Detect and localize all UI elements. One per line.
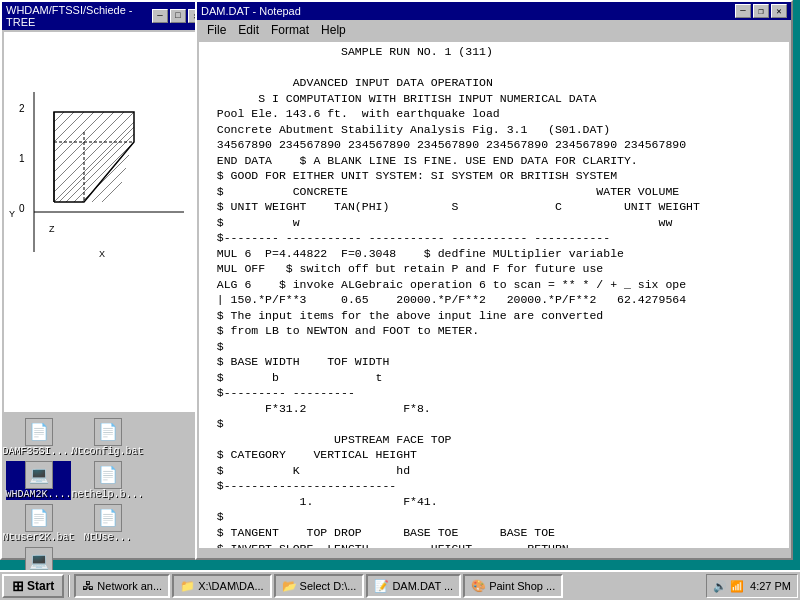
paintshop-taskbar-btn[interactable]: 🎨 Paint Shop ... [463,574,563,598]
ntuser2k-icon[interactable]: 📄 Ntuser2K.bat [6,504,71,543]
ntconfig-icon-img: 📄 [94,418,122,446]
notepad-textarea[interactable] [199,42,773,548]
svg-line-25 [102,182,122,202]
windows-logo-icon: ⊞ [12,578,24,594]
taskbar-separator-1 [68,575,70,597]
whdam2k1-label: WHDAM2K.... [6,489,72,500]
damf35si-icon[interactable]: 📄 DAMF35SI.... [6,418,71,457]
svg-text:Z: Z [49,224,55,234]
svg-line-15 [54,112,104,162]
nethelp-icon[interactable]: 📄 nethelp.b... [75,461,140,500]
whdam2k1-icon-img: 💻 [25,461,53,489]
tree-body: 2 1 0 Y X Z [4,32,206,412]
ntconfig-icon[interactable]: 📄 Ntconfig.bat [75,418,140,457]
whdam2k1-icon[interactable]: 💻 WHDAM2K.... [6,461,71,500]
desktop: WHDAM/FTSSI/Schiede - TREE ─ □ ✕ 2 1 0 Y… [0,0,800,600]
svg-text:2: 2 [19,103,25,114]
paintshop-label: Paint Shop ... [489,580,555,592]
paintshop-icon: 🎨 [471,579,486,593]
dam-folder-label: X:\DAM\DA... [198,580,263,592]
damf35si-icon-img: 📄 [25,418,53,446]
notepad-content-area [199,42,789,548]
notepad-close-button[interactable]: ✕ [771,4,787,18]
damf35si-label: DAMF35SI.... [3,446,75,457]
notepad-title: DAM.DAT - Notepad [201,5,301,17]
svg-line-11 [54,112,64,122]
svg-line-13 [54,112,84,142]
ntuser2k-icon-img: 📄 [25,504,53,532]
svg-text:0: 0 [19,203,25,214]
ntconfig-label: Ntconfig.bat [72,446,144,457]
icon-row-3: 📄 Ntuser2K.bat 📄 NtUse... [6,504,204,543]
tray-icons: 🔊 📶 [713,580,744,593]
network-taskbar-btn[interactable]: 🖧 Network an... [74,574,170,598]
tree-minimize-button[interactable]: ─ [152,9,168,23]
file-menu[interactable]: File [201,22,232,38]
icon-row-2: 💻 WHDAM2K.... 📄 nethelp.b... [6,461,204,500]
taskbar: ⊞ Start 🖧 Network an... 📁 X:\DAM\DA... 📂… [0,570,800,600]
tree-maximize-button[interactable]: □ [170,9,186,23]
notepad-maximize-button[interactable]: ❐ [753,4,769,18]
dam-folder-taskbar-btn[interactable]: 📁 X:\DAM\DA... [172,574,271,598]
folder-icon: 📁 [180,579,195,593]
start-label: Start [27,579,54,593]
desktop-icons-area: 📄 DAMF35SI.... 📄 Ntconfig.bat 💻 WHDAM2K.… [2,414,208,590]
system-tray: 🔊 📶 4:27 PM [706,574,798,598]
edit-menu[interactable]: Edit [232,22,265,38]
svg-line-14 [54,112,94,152]
notepad-menubar: File Edit Format Help [197,20,791,40]
tree-window: WHDAM/FTSSI/Schiede - TREE ─ □ ✕ 2 1 0 Y… [0,0,210,560]
network-icon: 🖧 [82,579,94,593]
svg-line-23 [82,155,129,202]
icon-row-1: 📄 DAMF35SI.... 📄 Ntconfig.bat [6,418,204,457]
nethelp-icon-img: 📄 [94,461,122,489]
damdat-icon: 📝 [374,579,389,593]
ntuse-icon[interactable]: 📄 NtUse... [75,504,140,543]
ntuse-icon-img: 📄 [94,504,122,532]
svg-line-17 [54,112,124,182]
tree-title: WHDAM/FTSSI/Schiede - TREE [6,4,152,28]
notepad-titlebar: DAM.DAT - Notepad ─ ❐ ✕ [197,2,791,20]
damdat-taskbar-btn[interactable]: 📝 DAM.DAT ... [366,574,461,598]
svg-text:Y: Y [9,209,15,219]
nethelp-label: nethelp.b... [72,489,144,500]
start-button[interactable]: ⊞ Start [2,574,64,598]
damdat-label: DAM.DAT ... [392,580,453,592]
svg-line-12 [54,112,74,132]
format-menu[interactable]: Format [265,22,315,38]
clock: 4:27 PM [750,580,791,592]
svg-line-22 [74,142,134,202]
notepad-window: DAM.DAT - Notepad ─ ❐ ✕ File Edit Format… [195,0,793,560]
network-label: Network an... [97,580,162,592]
ntuser2k-label: Ntuser2K.bat [3,532,75,543]
tree-diagram: 2 1 0 Y X Z [4,32,204,412]
svg-text:1: 1 [19,153,25,164]
tree-titlebar: WHDAM/FTSSI/Schiede - TREE ─ □ ✕ [2,2,208,30]
select-d-label: Select D:\... [300,580,357,592]
select-d-taskbar-btn[interactable]: 📂 Select D:\... [274,574,365,598]
notepad-window-controls: ─ ❐ ✕ [735,4,787,18]
svg-line-21 [66,134,134,202]
select-d-icon: 📂 [282,579,297,593]
svg-line-20 [59,127,134,202]
ntuse-label: NtUse... [83,532,131,543]
help-menu[interactable]: Help [315,22,352,38]
notepad-minimize-button[interactable]: ─ [735,4,751,18]
svg-line-18 [54,112,134,192]
svg-text:X: X [99,249,105,259]
